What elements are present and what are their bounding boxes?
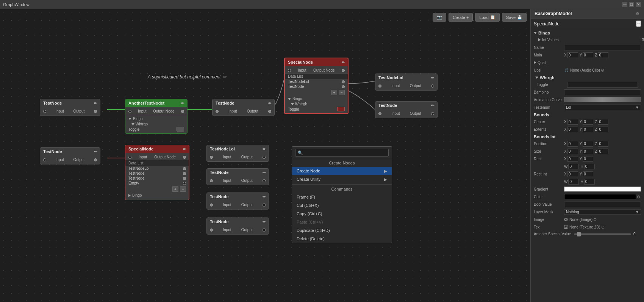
cmd-frame[interactable]: Frame (F) bbox=[292, 193, 392, 201]
music-icon: 🎵 bbox=[564, 68, 569, 72]
minimize-btn[interactable]: — bbox=[622, 2, 627, 7]
special-slider-thumb[interactable] bbox=[577, 232, 581, 236]
moin-y-input[interactable] bbox=[583, 52, 593, 58]
ri-h-input[interactable] bbox=[584, 179, 595, 185]
gradient-box[interactable] bbox=[564, 186, 641, 192]
node-edit-tb3[interactable]: ✏ bbox=[263, 195, 266, 199]
panel-settings-btn[interactable]: ⚙ bbox=[635, 11, 640, 16]
rect-w-input[interactable] bbox=[568, 164, 579, 169]
toggle-input[interactable] bbox=[567, 82, 638, 88]
cmd-copy[interactable]: Copy (Ctrl+C) bbox=[292, 210, 392, 218]
context-search-input[interactable] bbox=[295, 149, 389, 156]
node-edit-tnl-top[interactable]: ✏ bbox=[431, 76, 434, 80]
datalist-add-btn[interactable]: + bbox=[331, 90, 337, 95]
node-testnode-b4[interactable]: TestNode ✏ Input Output bbox=[206, 218, 269, 235]
ri-y-input[interactable] bbox=[583, 171, 593, 177]
node-testnode-b2[interactable]: TestNode ✏ Input Output bbox=[206, 168, 269, 185]
cmd-paste[interactable]: Paste (Ctrl+V) bbox=[292, 218, 392, 226]
maximize-btn[interactable]: □ bbox=[629, 2, 634, 7]
bisx-input[interactable] bbox=[567, 149, 578, 154]
bisz-input[interactable] bbox=[598, 149, 608, 154]
bcx-input[interactable] bbox=[567, 119, 578, 125]
moin-x-input[interactable] bbox=[567, 52, 578, 58]
rect-x-input[interactable] bbox=[567, 156, 578, 162]
bez-input[interactable] bbox=[598, 127, 608, 132]
node-edit-special-top[interactable]: ✏ bbox=[342, 60, 345, 64]
bool-value-input[interactable] bbox=[564, 202, 641, 207]
datalist-sb-remove-btn[interactable]: − bbox=[180, 186, 186, 192]
special-slider-track[interactable] bbox=[574, 233, 631, 235]
cmd-cut[interactable]: Cut (Ctrl+X) bbox=[292, 201, 392, 210]
node-edit-tb4[interactable]: ✏ bbox=[263, 220, 266, 224]
datalist-controls[interactable]: + − bbox=[285, 89, 348, 96]
node-edit-tb2[interactable]: ✏ bbox=[263, 171, 266, 175]
node-testnode-1[interactable]: TestNode ✏ Input Output bbox=[40, 99, 100, 116]
cmd-delete[interactable]: Delete (Delete) bbox=[292, 235, 392, 243]
node-edit-another[interactable]: ✏ bbox=[181, 101, 184, 105]
load-btn[interactable]: Load 📋 bbox=[475, 13, 499, 22]
node-testnodelol-bot[interactable]: TestNodeLol ✏ Input Output bbox=[206, 145, 269, 162]
node-testnodelol-top[interactable]: TestNodeLol ✏ Input Output bbox=[375, 74, 438, 91]
node-testnode-right-mid[interactable]: TestNode ✏ Input Output bbox=[375, 101, 438, 118]
quat-arrow[interactable] bbox=[534, 61, 536, 64]
context-search-area[interactable] bbox=[292, 147, 392, 159]
graph-area[interactable]: 📷 Create + Load 📋 Save 💾 bbox=[0, 9, 530, 302]
tex-btn[interactable]: ⊙ bbox=[600, 225, 605, 230]
node-another-testnodet[interactable]: AnotherTestNodet ✏ Input Output Node Bin… bbox=[125, 99, 188, 134]
node-testnode-b3[interactable]: TestNode ✏ Input Output bbox=[206, 192, 269, 210]
image-btn[interactable]: ⊙ bbox=[592, 217, 597, 222]
node-title-1: TestNode bbox=[43, 101, 62, 105]
create-utility-item[interactable]: Create Utility ▶ bbox=[292, 175, 392, 183]
bisy-input[interactable] bbox=[583, 149, 593, 154]
toggle-box-st[interactable] bbox=[337, 107, 345, 111]
bex-input[interactable] bbox=[567, 127, 578, 132]
close-btn[interactable]: ✕ bbox=[636, 2, 641, 7]
anim-curve-field[interactable] bbox=[564, 97, 641, 102]
datalist-sb-controls[interactable]: + − bbox=[125, 186, 189, 192]
create-node-item[interactable]: Create Node ▶ bbox=[292, 167, 392, 175]
window-controls[interactable]: — □ ✕ bbox=[622, 2, 641, 7]
color-box[interactable] bbox=[564, 194, 636, 199]
datalist-remove-btn[interactable]: − bbox=[339, 90, 345, 95]
layer-mask-dropdown[interactable]: Nothing ▼ bbox=[564, 209, 641, 215]
node-edit-bl[interactable]: ✏ bbox=[94, 150, 97, 154]
cmd-duplicate[interactable]: Duplicate (Ctrl+D) bbox=[292, 226, 392, 235]
bipx-input[interactable] bbox=[567, 141, 578, 147]
node-testnode-bl[interactable]: TestNode ✏ Input Output bbox=[40, 147, 100, 164]
ri-x-input[interactable] bbox=[567, 171, 578, 177]
bingo-collapse-arrow[interactable] bbox=[534, 32, 537, 34]
context-menu[interactable]: Create Nodes Create Node ▶ Create Utilit… bbox=[292, 146, 392, 243]
panel-edit-btn[interactable]: ✏ bbox=[636, 20, 641, 27]
bipy-input[interactable] bbox=[583, 141, 593, 147]
bey-input[interactable] bbox=[583, 127, 593, 132]
bambino-input[interactable] bbox=[564, 89, 641, 95]
toggle-box[interactable] bbox=[177, 127, 184, 131]
datalist-sb-add-btn[interactable]: + bbox=[172, 186, 178, 192]
color-pick-btn[interactable]: ⊙ bbox=[636, 194, 641, 199]
node-edit-3[interactable]: ✏ bbox=[268, 101, 271, 105]
save-btn[interactable]: Save 💾 bbox=[502, 13, 527, 22]
node-edit-tnlb[interactable]: ✏ bbox=[263, 147, 266, 151]
upsi-circle-btn[interactable]: ⊙ bbox=[600, 68, 605, 73]
rect-y-input[interactable] bbox=[583, 156, 593, 162]
node-special-top[interactable]: SpecialNode ✏ Input Output Node Data Lis… bbox=[284, 58, 349, 114]
comment-edit-icon[interactable]: ✏ bbox=[223, 74, 227, 80]
bcy-input[interactable] bbox=[583, 119, 593, 125]
create-btn[interactable]: Create + bbox=[449, 13, 473, 22]
moin-z-input[interactable] bbox=[598, 52, 608, 58]
node-edit-special-bot[interactable]: ✏ bbox=[183, 147, 186, 151]
ri-w-input[interactable] bbox=[568, 179, 579, 185]
camera-btn[interactable]: 📷 bbox=[433, 13, 446, 22]
node-special-bottom[interactable]: SpecialNode ✏ Input Output Node Data Lis… bbox=[125, 145, 189, 200]
whtrgb-collapse[interactable] bbox=[535, 77, 538, 79]
rect-h-input[interactable] bbox=[584, 164, 595, 169]
name-input[interactable] bbox=[564, 45, 641, 50]
bcz-input[interactable] bbox=[598, 119, 608, 125]
int-values-arrow[interactable] bbox=[538, 38, 541, 41]
bipz-input[interactable] bbox=[598, 141, 608, 147]
testenum-dropdown[interactable]: Lol ▼ bbox=[564, 105, 641, 110]
node-testnode-3[interactable]: TestNode ✏ Input Output bbox=[212, 99, 275, 116]
node-edit-rm[interactable]: ✏ bbox=[431, 103, 434, 108]
port-in-circle-1 bbox=[43, 110, 46, 113]
node-edit-1[interactable]: ✏ bbox=[94, 101, 97, 105]
